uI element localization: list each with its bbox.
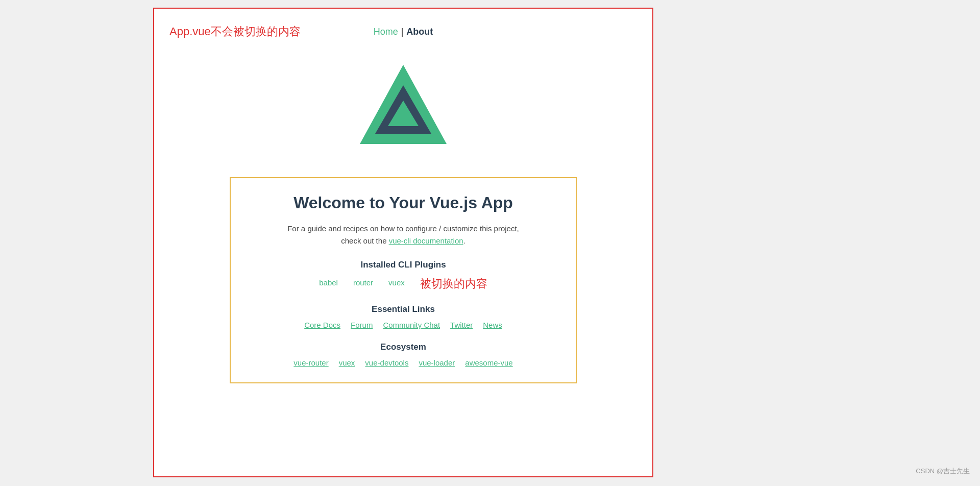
link-news[interactable]: News [483, 321, 502, 329]
cli-plugins-title: Installed CLI Plugins [251, 260, 555, 270]
app-label: App.vue不会被切换的内容 [169, 24, 301, 39]
desc-text: For a guide and recipes on how to config… [287, 224, 519, 233]
nav-bar: App.vue不会被切换的内容 Home | About [169, 19, 637, 44]
vue-logo [352, 60, 454, 162]
plugin-row: babel router vuex 被切换的内容 [251, 276, 555, 291]
link-vue-loader[interactable]: vue-loader [419, 358, 455, 367]
csdn-watermark: CSDN @吉士先生 [916, 467, 970, 476]
page-container: App.vue不会被切换的内容 Home | About Welcome to … [0, 0, 980, 486]
link-vue-router[interactable]: vue-router [293, 358, 328, 367]
home-link[interactable]: Home [374, 27, 398, 37]
essential-links-title: Essential Links [251, 304, 555, 314]
ecosystem-links: vue-router vuex vue-devtools vue-loader … [251, 358, 555, 367]
vue-cli-doc-link[interactable]: vue-cli documentation [389, 236, 463, 245]
ecosystem-title: Ecosystem [251, 342, 555, 352]
plugin-router[interactable]: router [353, 278, 373, 287]
link-vue-devtools[interactable]: vue-devtools [365, 358, 408, 367]
main-box: App.vue不会被切换的内容 Home | About Welcome to … [153, 8, 653, 477]
nav-links: Home | About [374, 27, 433, 37]
link-awesome-vue[interactable]: awesome-vue [465, 358, 512, 367]
about-link[interactable]: About [406, 27, 433, 37]
link-forum[interactable]: Forum [351, 321, 373, 329]
nav-separator: | [401, 27, 404, 37]
plugin-vuex[interactable]: vuex [388, 278, 405, 287]
plugin-babel[interactable]: babel [319, 278, 338, 287]
desc-link-pre: check out the [341, 236, 388, 245]
link-core-docs[interactable]: Core Docs [304, 321, 340, 329]
welcome-title: Welcome to Your Vue.js App [251, 193, 555, 212]
link-community-chat[interactable]: Community Chat [383, 321, 440, 329]
link-twitter[interactable]: Twitter [450, 321, 473, 329]
link-vuex-eco[interactable]: vuex [339, 358, 355, 367]
plugin-links: babel router vuex [319, 278, 405, 287]
switched-label: 被切换的内容 [420, 276, 487, 291]
welcome-box: Welcome to Your Vue.js App For a guide a… [230, 177, 577, 383]
essential-links: Core Docs Forum Community Chat Twitter N… [251, 321, 555, 329]
desc-link-post: . [463, 236, 465, 245]
welcome-desc: For a guide and recipes on how to config… [251, 223, 555, 247]
